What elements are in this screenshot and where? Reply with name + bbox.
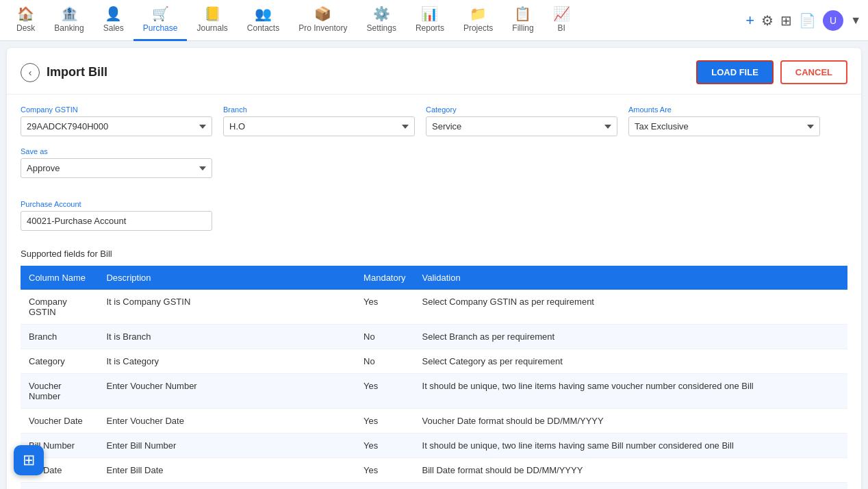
branch-select[interactable]: H.O [223, 116, 415, 136]
branch-group: Branch H.O [223, 105, 415, 136]
nav-items: 🏠 Desk 🏦 Banking 👤 Sales 🛒 Purchase 📒 Jo… [7, 0, 745, 41]
cell-validation: Select Company GSTIN as per requirement [414, 290, 847, 325]
purchase-account-label: Purchase Account [21, 200, 212, 208]
nav-item-contacts[interactable]: 👥 Contacts [238, 0, 289, 41]
nav-item-projects[interactable]: 📁 Projects [454, 0, 502, 41]
nav-item-purchase[interactable]: 🛒 Purchase [133, 0, 188, 41]
banking-icon: 🏦 [61, 5, 78, 22]
cell-validation: Voucher Date format should be DD/MM/YYYY [414, 409, 847, 434]
nav-right: + ⚙ ⊞ 📄 U ▼ [745, 10, 861, 31]
load-file-button[interactable]: LOAD FILE [696, 60, 774, 84]
nav-item-filling[interactable]: 📋 Filling [502, 0, 543, 41]
company-gstin-wrapper: 29AADCK7940H000 [21, 116, 212, 136]
table-row: Bill DateEnter Bill DateYesBill Date for… [21, 458, 847, 483]
table-row: Voucher DateEnter Voucher DateYesVoucher… [21, 409, 847, 434]
save-as-wrapper: Approve [21, 158, 212, 178]
header-right: LOAD FILE CANCEL [696, 60, 847, 84]
cell-mandatory: Yes [355, 434, 413, 458]
cell-description: Enter Bill Date [98, 458, 355, 483]
save-as-label: Save as [21, 147, 212, 155]
fab-button[interactable]: ⊞ [14, 445, 44, 475]
table-section: Supported fields for Bill Column Name De… [7, 242, 861, 489]
nav-label-projects: Projects [463, 23, 493, 33]
table-row: Company GSTINIt is Company GSTINYesSelec… [21, 290, 847, 325]
nav-item-settings[interactable]: ⚙️ Settings [357, 0, 406, 41]
table-row: Transaction DateEnter the transaction da… [21, 483, 847, 490]
category-wrapper: Service [426, 116, 617, 136]
back-button[interactable]: ‹ [21, 63, 40, 82]
amounts-are-select[interactable]: Tax Exclusive [628, 116, 820, 136]
col-header-column-name: Column Name [21, 266, 98, 290]
nav-label-purchase: Purchase [143, 23, 178, 33]
import-form: Company GSTIN 29AADCK7940H000 Branch H.O… [7, 95, 861, 242]
document-icon[interactable]: 📄 [799, 12, 816, 29]
nav-label-settings: Settings [367, 23, 396, 33]
cell-mandatory: Yes [355, 409, 413, 434]
contacts-icon: 👥 [255, 5, 272, 22]
nav-item-desk[interactable]: 🏠 Desk [7, 0, 44, 41]
company-gstin-select[interactable]: 29AADCK7940H000 [21, 116, 212, 136]
nav-item-sales[interactable]: 👤 Sales [94, 0, 133, 41]
user-avatar[interactable]: U [823, 10, 843, 31]
pro-inventory-icon: 📦 [314, 5, 331, 22]
cell-description: Enter Voucher Date [98, 409, 355, 434]
grid-icon[interactable]: ⊞ [780, 12, 792, 29]
cell-description: Enter the transaction date, it will be c… [98, 483, 355, 490]
table-body: Company GSTINIt is Company GSTINYesSelec… [21, 290, 847, 489]
cell-mandatory: No [355, 349, 413, 374]
branch-label: Branch [223, 105, 415, 114]
purchase-account-group: Purchase Account [21, 200, 212, 231]
purchase-icon: 🛒 [152, 5, 169, 22]
cell-mandatory: Yes [355, 458, 413, 483]
chevron-down-icon[interactable]: ▼ [850, 14, 861, 27]
cell-column-name: Voucher Date [21, 409, 98, 434]
cell-column-name: Company GSTIN [21, 290, 98, 325]
add-button[interactable]: + [745, 12, 754, 29]
category-select[interactable]: Service [426, 116, 617, 136]
projects-icon: 📁 [470, 5, 487, 22]
company-gstin-label: Company GSTIN [21, 105, 212, 114]
reports-icon: 📊 [421, 5, 438, 22]
header-left: ‹ Import Bill [21, 63, 107, 82]
cancel-button[interactable]: CANCEL [780, 60, 847, 84]
purchase-account-input[interactable] [21, 211, 212, 231]
gear-icon[interactable]: ⚙ [761, 12, 774, 29]
nav-label-reports: Reports [416, 23, 444, 33]
cell-mandatory: Yes [355, 290, 413, 325]
table-row: Bill NumberEnter Bill NumberYesIt should… [21, 434, 847, 458]
table-header-row: Column Name Description Mandatory Valida… [21, 266, 847, 290]
company-gstin-group: Company GSTIN 29AADCK7940H000 [21, 105, 212, 136]
nav-label-banking: Banking [54, 23, 84, 33]
cell-mandatory: Yes [355, 374, 413, 409]
nav-item-journals[interactable]: 📒 Journals [187, 0, 237, 41]
table-row: BranchIt is BranchNoSelect Branch as per… [21, 325, 847, 349]
sales-icon: 👤 [105, 5, 122, 22]
col-header-validation: Validation [414, 266, 847, 290]
desk-icon: 🏠 [17, 5, 34, 22]
bi-icon: 📈 [553, 5, 570, 22]
category-label: Category [426, 105, 617, 114]
nav-item-reports[interactable]: 📊 Reports [406, 0, 454, 41]
save-as-select[interactable]: Approve [21, 158, 212, 178]
col-header-mandatory: Mandatory [355, 266, 413, 290]
page-header: ‹ Import Bill LOAD FILE CANCEL [7, 48, 861, 95]
nav-label-desk: Desk [16, 23, 35, 33]
nav-label-journals: Journals [196, 23, 227, 33]
branch-wrapper: H.O [223, 116, 415, 136]
section-title: Supported fields for Bill [21, 249, 847, 259]
nav-item-bi[interactable]: 📈 BI [544, 0, 580, 41]
journals-icon: 📒 [204, 5, 221, 22]
filling-icon: 📋 [514, 5, 531, 22]
cell-column-name: Branch [21, 325, 98, 349]
top-navigation: 🏠 Desk 🏦 Banking 👤 Sales 🛒 Purchase 📒 Jo… [0, 0, 868, 41]
cell-validation: It should be unique, two line items havi… [414, 374, 847, 409]
cell-validation: Transaction Date format should be DD/MM/… [414, 483, 847, 490]
nav-item-banking[interactable]: 🏦 Banking [44, 0, 93, 41]
save-as-group: Save as Approve [21, 147, 212, 178]
nav-label-bi: BI [557, 23, 565, 33]
cell-description: It is Company GSTIN [98, 290, 355, 325]
nav-label-pro-inventory: Pro Inventory [298, 23, 347, 33]
nav-item-pro-inventory[interactable]: 📦 Pro Inventory [289, 0, 357, 41]
nav-label-filling: Filling [512, 23, 533, 33]
nav-label-contacts: Contacts [247, 23, 279, 33]
